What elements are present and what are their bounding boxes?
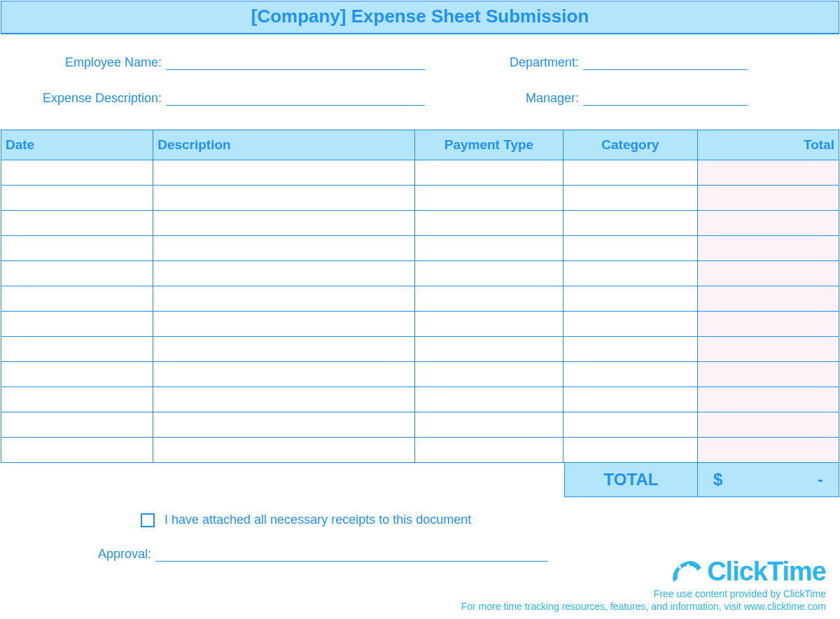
department-label: Department: (425, 55, 579, 70)
manager-label: Manager: (425, 91, 579, 106)
table-cell[interactable] (697, 387, 839, 412)
table-cell[interactable] (1, 186, 153, 211)
table-cell[interactable] (697, 337, 839, 362)
table-cell[interactable] (697, 412, 839, 438)
table-cell[interactable] (1, 261, 153, 286)
table-cell[interactable] (414, 337, 563, 362)
table-cell[interactable] (414, 236, 563, 261)
table-cell[interactable] (153, 236, 415, 261)
table-cell[interactable] (414, 261, 563, 286)
table-cell[interactable] (1, 211, 153, 236)
brand-name: ClickTime (707, 557, 826, 587)
table-cell[interactable] (697, 362, 839, 387)
table-cell[interactable] (414, 286, 563, 312)
table-cell[interactable] (153, 438, 415, 463)
table-cell[interactable] (564, 412, 698, 438)
table-cell[interactable] (697, 236, 839, 261)
table-cell[interactable] (414, 312, 563, 337)
employee-name-label: Employee Name: (22, 55, 162, 70)
table-cell[interactable] (1, 312, 153, 337)
table-cell[interactable] (153, 387, 415, 412)
table-cell[interactable] (564, 337, 698, 362)
info-section: Employee Name: Department: Expense Descr… (1, 34, 839, 130)
table-cell[interactable] (153, 261, 415, 286)
table-cell[interactable] (414, 186, 563, 211)
employee-name-field[interactable] (166, 56, 425, 70)
table-row (1, 387, 839, 412)
svg-point-1 (687, 564, 690, 566)
table-cell[interactable] (697, 438, 839, 463)
table-row (1, 236, 839, 261)
approval-label: Approval: (92, 547, 151, 562)
table-row (1, 186, 839, 211)
table-cell[interactable] (414, 362, 563, 387)
table-row (1, 337, 839, 362)
table-cell[interactable] (1, 236, 153, 261)
table-cell[interactable] (697, 160, 839, 186)
page-title: [Company] Expense Sheet Submission (1, 1, 839, 34)
total-amount: - (818, 470, 823, 489)
table-cell[interactable] (1, 387, 153, 412)
table-cell[interactable] (564, 362, 698, 387)
total-currency: $ (713, 470, 722, 489)
table-row (1, 286, 839, 312)
expense-table: Date Description Payment Type Category T… (1, 130, 839, 463)
receipts-checkbox[interactable] (141, 513, 155, 527)
table-cell[interactable] (153, 312, 415, 337)
expense-description-field[interactable] (166, 92, 425, 106)
table-cell[interactable] (153, 412, 415, 438)
table-cell[interactable] (153, 286, 415, 312)
table-cell[interactable] (153, 160, 415, 186)
table-cell[interactable] (153, 337, 415, 362)
table-cell[interactable] (564, 286, 698, 312)
table-cell[interactable] (697, 186, 839, 211)
manager-field[interactable] (583, 92, 748, 106)
table-cell[interactable] (564, 261, 698, 286)
brand-logo: ClickTime (461, 557, 826, 587)
table-cell[interactable] (153, 211, 415, 236)
expense-description-label: Expense Description: (22, 91, 162, 106)
table-row (1, 438, 839, 463)
table-cell[interactable] (414, 211, 563, 236)
table-cell[interactable] (564, 438, 698, 463)
table-cell[interactable] (564, 211, 698, 236)
table-cell[interactable] (564, 236, 698, 261)
footer-line-1: Free use content provided by ClickTime (461, 588, 826, 599)
clock-icon (669, 558, 703, 586)
col-header-date: Date (1, 130, 153, 160)
table-cell[interactable] (564, 387, 698, 412)
department-field[interactable] (583, 56, 748, 70)
col-header-description: Description (153, 130, 415, 160)
table-cell[interactable] (153, 186, 415, 211)
footer-line-2: For more time tracking resources, featur… (461, 601, 826, 612)
table-cell[interactable] (1, 286, 153, 312)
table-cell[interactable] (564, 186, 698, 211)
table-row (1, 412, 839, 438)
table-cell[interactable] (414, 438, 563, 463)
table-cell[interactable] (1, 362, 153, 387)
table-cell[interactable] (414, 412, 563, 438)
table-cell[interactable] (697, 286, 839, 312)
table-cell[interactable] (564, 312, 698, 337)
svg-point-0 (678, 566, 681, 569)
col-header-category: Category (564, 130, 698, 160)
table-cell[interactable] (1, 160, 153, 186)
table-cell[interactable] (564, 160, 698, 186)
table-cell[interactable] (153, 362, 415, 387)
col-header-payment-type: Payment Type (414, 130, 563, 160)
table-cell[interactable] (414, 387, 563, 412)
svg-point-2 (694, 568, 696, 571)
table-cell[interactable] (1, 337, 153, 362)
table-row (1, 160, 839, 186)
table-cell[interactable] (697, 211, 839, 236)
total-value: $ - (698, 463, 839, 497)
table-cell[interactable] (414, 160, 563, 186)
table-cell[interactable] (697, 261, 839, 286)
table-cell[interactable] (697, 312, 839, 337)
table-row (1, 211, 839, 236)
col-header-total: Total (697, 130, 839, 160)
table-cell[interactable] (1, 412, 153, 438)
receipts-attestation-text: I have attached all necessary receipts t… (164, 513, 471, 527)
table-cell[interactable] (1, 438, 153, 463)
footer: ClickTime Free use content provided by C… (461, 557, 826, 612)
